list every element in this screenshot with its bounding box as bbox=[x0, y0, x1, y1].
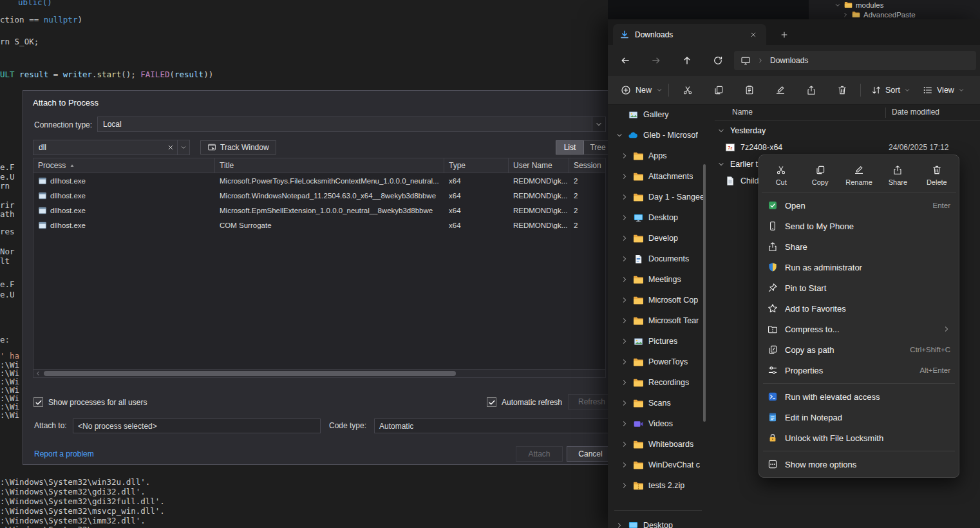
context-menu-item-copy-as-path[interactable]: Copy as pathCtrl+Shift+C bbox=[762, 339, 956, 360]
clear-filter-button[interactable] bbox=[164, 140, 177, 155]
context-menu-item-run-as-administrator[interactable]: Run as administrator bbox=[762, 257, 956, 278]
process-cell: Microsoft.EpmShellExtension_1.0.0.0_neut… bbox=[215, 207, 444, 214]
column-date-modified[interactable]: Date modified bbox=[892, 108, 939, 117]
sidebar-item-gallery[interactable]: Gallery bbox=[608, 104, 708, 125]
connection-type-select[interactable]: Local bbox=[97, 117, 606, 132]
copy-icon bbox=[815, 165, 825, 175]
documents-icon bbox=[633, 254, 644, 265]
quick-action-delete[interactable]: Delete bbox=[918, 158, 956, 193]
file-row-7z2408-x64[interactable]: 7z7z2408-x6424/06/2025 17:12 bbox=[715, 139, 980, 156]
attach-to-field[interactable]: <No process selected> bbox=[73, 419, 321, 433]
sidebar-item-desktop-pinned[interactable]: Desktop bbox=[608, 515, 708, 528]
sidebar-item-apps[interactable]: Apps bbox=[608, 146, 708, 166]
code-line: res bbox=[0, 227, 15, 236]
report-problem-link[interactable]: Report a problem bbox=[34, 449, 94, 458]
track-window-button[interactable]: Track Window bbox=[200, 140, 276, 155]
rename-button[interactable] bbox=[768, 79, 793, 101]
column-header-user-name[interactable]: User Name bbox=[509, 158, 569, 173]
sidebar-item-tests-2-zip[interactable]: tests 2.zip bbox=[608, 475, 708, 496]
context-menu-item-show-more-options[interactable]: Show more options bbox=[762, 454, 956, 475]
up-button[interactable] bbox=[676, 50, 698, 71]
code-line: ublic() bbox=[18, 0, 52, 7]
context-menu-item-share[interactable]: Share bbox=[762, 236, 956, 257]
view-button[interactable]: View bbox=[917, 79, 970, 101]
refresh-button[interactable] bbox=[707, 50, 729, 71]
sidebar-item-videos[interactable]: Videos bbox=[608, 413, 708, 434]
sidebar-item-attachments[interactable]: Attachments bbox=[608, 166, 708, 187]
horizontal-scrollbar[interactable] bbox=[33, 369, 605, 377]
attach-button[interactable]: Attach bbox=[516, 446, 563, 462]
sidebar-item-powertoys[interactable]: PowerToys bbox=[608, 352, 708, 372]
code-type-field[interactable]: Automatic bbox=[374, 419, 614, 433]
sidebar-item-gleb-microsof[interactable]: Gleb - Microsof bbox=[608, 125, 708, 146]
show-all-users-checkbox[interactable] bbox=[33, 397, 43, 407]
new-button[interactable]: New bbox=[614, 79, 669, 101]
sidebar-item-develop[interactable]: Develop bbox=[608, 228, 708, 249]
column-name[interactable]: Name bbox=[732, 108, 753, 117]
tree-item-advancedpaste[interactable]: AdvancedPaste bbox=[842, 10, 916, 19]
context-menu-item-open[interactable]: OpenEnter bbox=[762, 195, 956, 216]
sidebar-item-microsoft-cop[interactable]: Microsoft Cop bbox=[608, 290, 708, 310]
sidebar-item-desktop[interactable]: Desktop bbox=[608, 207, 708, 228]
quick-action-share[interactable]: Share bbox=[878, 158, 917, 193]
up-icon bbox=[682, 55, 692, 66]
context-menu-item-pin-to-start[interactable]: Pin to Start bbox=[762, 278, 956, 298]
sidebar-item-meetings[interactable]: Meetings bbox=[608, 269, 708, 290]
sidebar-item-recordings[interactable]: Recordings bbox=[608, 372, 708, 393]
sidebar-item-scans[interactable]: Scans bbox=[608, 393, 708, 413]
code-line: lt bbox=[0, 256, 10, 266]
sort-button[interactable]: Sort bbox=[865, 79, 916, 101]
sidebar-item-pictures[interactable]: Pictures bbox=[608, 331, 708, 352]
context-menu-item-send-to-my-phone[interactable]: Send to My Phone bbox=[762, 216, 956, 236]
attach-to-label: Attach to: bbox=[34, 421, 67, 430]
share-button[interactable] bbox=[798, 79, 824, 101]
process-cell: 2 bbox=[569, 207, 605, 214]
filter-dropdown-button[interactable] bbox=[177, 140, 189, 155]
paste-button[interactable] bbox=[737, 79, 762, 101]
process-row[interactable]: dllhost.exeMicrosoft.PowerToys.FileLocks… bbox=[33, 173, 605, 188]
scroll-left-button[interactable] bbox=[33, 370, 42, 377]
tab-downloads[interactable]: Downloads bbox=[613, 24, 766, 45]
tree-item-modules[interactable]: modules bbox=[834, 0, 883, 10]
column-header-process[interactable]: Process bbox=[33, 158, 215, 173]
list-view-button[interactable]: List bbox=[556, 140, 584, 155]
context-menu-item-compress-to[interactable]: Compress to... bbox=[762, 319, 956, 339]
quick-action-cut[interactable]: Cut bbox=[762, 158, 800, 193]
process-row[interactable]: dllhost.exeMicrosoft.EpmShellExtension_1… bbox=[33, 203, 605, 218]
delete-button[interactable] bbox=[829, 79, 855, 101]
view-icon bbox=[923, 85, 933, 95]
process-cell: REDMOND\gk... bbox=[509, 177, 569, 185]
quick-action-copy[interactable]: Copy bbox=[800, 158, 839, 193]
context-menu-item-edit-in-notepad[interactable]: Edit in Notepad bbox=[762, 407, 956, 428]
cut-button[interactable] bbox=[675, 79, 701, 101]
process-row[interactable]: dllhost.exeMicrosoft.WindowsNotepad_11.2… bbox=[33, 188, 605, 203]
context-menu-item-properties[interactable]: PropertiesAlt+Enter bbox=[762, 360, 956, 381]
back-button[interactable] bbox=[614, 50, 636, 71]
tab-close-button[interactable] bbox=[747, 28, 760, 41]
quick-action-rename[interactable]: Rename bbox=[840, 158, 878, 193]
procwin-icon bbox=[38, 206, 47, 215]
process-row[interactable]: dllhost.exeCOM Surrogatex64REDMOND\gk...… bbox=[33, 218, 605, 232]
column-header-title[interactable]: Title bbox=[215, 158, 444, 173]
sidebar-scrollbar[interactable] bbox=[703, 164, 706, 422]
context-menu-item-run-with-elevated-access[interactable]: Run with elevated access bbox=[762, 386, 956, 407]
column-header-session[interactable]: Session bbox=[569, 158, 605, 173]
column-header-type[interactable]: Type bbox=[444, 158, 509, 173]
copy-button[interactable] bbox=[706, 79, 731, 101]
scrollbar-thumb[interactable] bbox=[44, 371, 456, 376]
new-tab-button[interactable] bbox=[777, 27, 792, 42]
context-menu-item-unlock-with-file-locksmith[interactable]: Unlock with File Locksmith bbox=[762, 428, 956, 448]
forward-button[interactable] bbox=[645, 50, 667, 71]
sidebar-item-documents[interactable]: Documents bbox=[608, 249, 708, 269]
context-menu-item-add-to-favorites[interactable]: Add to Favorites bbox=[762, 298, 956, 319]
sidebar-item-day-1-sangee[interactable]: Day 1 - Sangee bbox=[608, 187, 708, 207]
sidebar-item-whiteboards[interactable]: Whiteboards bbox=[608, 434, 708, 455]
group-header-yesterday[interactable]: Yesterday bbox=[715, 122, 980, 139]
folder-icon bbox=[633, 398, 644, 409]
cancel-button[interactable]: Cancel bbox=[567, 446, 614, 462]
sidebar-item-microsoft-tear[interactable]: Microsoft Tear bbox=[608, 310, 708, 331]
auto-refresh-checkbox[interactable] bbox=[487, 397, 496, 407]
sidebar-item-windevchat-c[interactable]: WinDevChat c bbox=[608, 455, 708, 475]
process-filter-input[interactable]: dll bbox=[33, 140, 190, 155]
address-bar[interactable]: Downloads bbox=[734, 51, 976, 70]
